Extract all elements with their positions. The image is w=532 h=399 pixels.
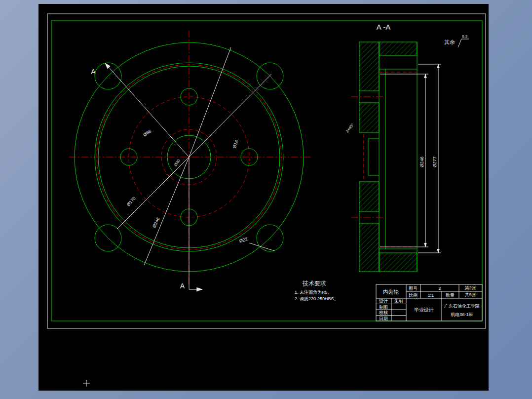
row-label-design: 设计 — [379, 299, 388, 304]
dim-outer-label: Ø277 — [432, 157, 437, 167]
sheet-total: 共5张 — [464, 292, 476, 297]
class-name: 机电06-1班 — [451, 312, 473, 317]
tech-req-item-2: 2. 调质220-250HBS。 — [295, 296, 339, 301]
tech-req-item-1: 1. 未注圆角为R5。 — [295, 290, 332, 295]
surface-finish-prefix: 其余 — [444, 39, 455, 45]
section-label-bottom: A — [180, 282, 185, 290]
qty-label: 数量 — [446, 293, 455, 298]
drawing-no-value: 2 — [438, 286, 441, 291]
scale-value: 1:1 — [428, 293, 434, 298]
drawing-no-label: 图号 — [409, 286, 418, 291]
project-name: 毕业设计 — [414, 307, 434, 313]
surface-finish-value: 6.3 — [462, 34, 468, 39]
tech-req-title: 技术要求 — [302, 280, 326, 287]
cad-canvas[interactable]: A A Ø88 Ø16 Ø40 Ø170 Ø246 Ø22 A -A — [0, 0, 532, 399]
school-name: 广东石油化工学院 — [444, 304, 480, 309]
app-background: A A Ø88 Ø16 Ø40 Ø170 Ø246 Ø22 A -A — [0, 0, 532, 399]
part-name: 内齿轮 — [383, 289, 399, 295]
section-title: A -A — [377, 23, 390, 31]
row-value-design: 朱钊 — [394, 299, 403, 304]
row-label-date: 日期 — [379, 316, 388, 321]
sheet-no: 第2张 — [464, 285, 476, 290]
row-label-check: 校核 — [379, 310, 388, 315]
row-label-draft: 制图 — [379, 305, 388, 310]
dim-inner-label: Ø246 — [419, 157, 424, 167]
section-label-top: A — [91, 68, 96, 76]
drawing-canvas[interactable] — [38, 4, 489, 391]
scale-label: 比例 — [409, 293, 418, 298]
